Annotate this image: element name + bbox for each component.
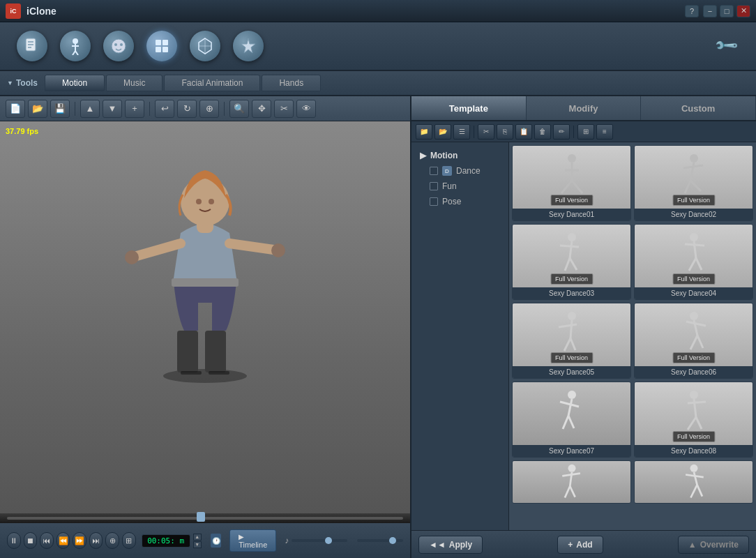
app-title: iClone	[27, 6, 685, 17]
new-file-button[interactable]: 📄	[6, 100, 25, 118]
asset-cell-dance07[interactable]: Sexy Dance07	[512, 382, 631, 458]
folder-sub-btn[interactable]: 📁	[416, 124, 432, 140]
list-view-sub-btn[interactable]: ≡	[596, 124, 613, 140]
step-up[interactable]: ▲	[193, 534, 202, 541]
tab-modify[interactable]: Modify	[527, 96, 642, 120]
tree-checkbox-fun[interactable]	[430, 182, 438, 190]
asset-grid[interactable]: Full Version Sexy Dance01 Full Version S…	[509, 142, 756, 530]
volume-slider-thumb[interactable]	[389, 537, 396, 544]
undo-button[interactable]: ↩	[155, 100, 174, 118]
timeline-bar[interactable]	[0, 513, 410, 523]
volume-slider[interactable]	[357, 539, 403, 542]
svg-point-73	[568, 464, 575, 472]
cut-sub-btn[interactable]: ✂	[478, 124, 494, 140]
tree-label-motion: Motion	[430, 151, 458, 160]
motion-toolbar-icon[interactable]	[144, 28, 180, 64]
add-label: Add	[576, 540, 592, 550]
delete-sub-btn[interactable]: 🗑	[534, 124, 551, 140]
special-button[interactable]: ⊕	[199, 100, 219, 118]
face-toolbar-icon[interactable]	[100, 28, 137, 64]
open-file-button[interactable]: 📂	[28, 100, 47, 118]
svg-point-38	[690, 154, 698, 163]
rotate-button[interactable]: ↻	[177, 100, 197, 118]
asset-cell-dance01[interactable]: Full Version Sexy Dance01	[512, 145, 631, 221]
svg-line-76	[564, 486, 569, 498]
grid-sub-btn[interactable]: ⊞	[577, 124, 594, 140]
tree-item-dance[interactable]: D Dance	[416, 163, 504, 179]
asset-cell-dance10[interactable]	[634, 460, 753, 504]
end-button[interactable]: ⏭	[89, 532, 103, 549]
tab-facial[interactable]: Facial Animation	[164, 75, 260, 91]
copy-sub-btn[interactable]: ⎘	[497, 124, 513, 140]
add-plus-icon: +	[568, 540, 573, 550]
effect-toolbar-icon[interactable]	[230, 28, 266, 64]
cut-button[interactable]: ✂	[274, 100, 294, 118]
tree-item-pose[interactable]: Pose	[416, 194, 504, 209]
help-button[interactable]: ?	[685, 5, 699, 17]
tree-label-fun: Fun	[442, 181, 457, 191]
speed-slider-thumb[interactable]	[325, 537, 332, 544]
move-up-button[interactable]: ▲	[80, 100, 100, 118]
asset-cell-dance04[interactable]: Full Version Sexy Dance04	[634, 224, 753, 300]
save-file-button[interactable]: 💾	[50, 100, 70, 118]
character-toolbar-icon[interactable]	[57, 28, 93, 64]
paste-sub-btn[interactable]: 📋	[515, 124, 532, 140]
asset-cell-dance05[interactable]: Full Version Sexy Dance05	[512, 303, 631, 379]
time-stepper[interactable]: ▲ ▼	[193, 534, 202, 548]
rename-sub-btn[interactable]: ✏	[553, 124, 570, 140]
clock-button[interactable]: 🕐	[211, 534, 221, 548]
marker-button[interactable]: ⊞	[122, 532, 136, 549]
move-down-button[interactable]: ▼	[103, 100, 122, 118]
svg-rect-15	[162, 47, 168, 52]
scene-toolbar-icon[interactable]	[187, 28, 223, 64]
tree-checkbox-dance[interactable]	[430, 167, 438, 175]
tab-custom[interactable]: Custom	[641, 96, 756, 120]
badge-dance05: Full Version	[550, 352, 593, 363]
move-button[interactable]: ✥	[252, 100, 271, 118]
panel-action-bar: ◄◄ Apply + Add ▲ Overwrite	[411, 530, 756, 558]
scrubber-thumb[interactable]	[197, 512, 205, 522]
asset-cell-dance09[interactable]	[512, 460, 631, 504]
svg-point-68	[690, 391, 698, 399]
zoom-in-button[interactable]: 🔍	[229, 100, 249, 118]
asset-cell-dance06[interactable]: Full Version Sexy Dance06	[634, 303, 753, 379]
tab-motion[interactable]: Motion	[45, 75, 105, 91]
asset-cell-dance03[interactable]: Full Version Sexy Dance03	[512, 224, 631, 300]
add-item-button[interactable]: +	[125, 100, 144, 118]
maximize-button[interactable]: □	[720, 5, 734, 17]
asset-cell-dance08[interactable]: Full Version Sexy Dance08	[634, 382, 753, 458]
overwrite-button[interactable]: ▲ Overwrite	[678, 536, 749, 554]
document-toolbar-icon[interactable]	[14, 28, 50, 64]
visibility-button[interactable]: 👁	[296, 100, 316, 118]
rewind-button[interactable]: ⏪	[56, 532, 70, 549]
record-button[interactable]: ⊕	[105, 532, 119, 549]
tab-music[interactable]: Music	[106, 75, 162, 91]
svg-line-79	[694, 472, 697, 484]
svg-line-41	[685, 181, 690, 193]
svg-line-36	[561, 181, 572, 193]
tree-checkbox-pose[interactable]	[430, 197, 438, 206]
svg-point-10	[114, 43, 117, 46]
speed-slider[interactable]	[292, 539, 347, 542]
timeline-button[interactable]: ▶ Timeline	[229, 529, 276, 552]
apply-button[interactable]: ◄◄ Apply	[418, 536, 483, 554]
asset-cell-dance02[interactable]: Full Version Sexy Dance02	[634, 145, 753, 221]
asset-row-1: Full Version Sexy Dance03 Full Version S…	[512, 224, 753, 300]
add-button[interactable]: + Add	[557, 536, 603, 554]
tree-item-motion[interactable]: ▶ Motion	[416, 148, 504, 163]
step-down[interactable]: ▼	[193, 541, 202, 548]
timeline-scrubber[interactable]	[0, 513, 410, 523]
start-button[interactable]: ⏮	[40, 532, 54, 549]
folder-open-sub-btn[interactable]: 📂	[434, 124, 451, 140]
tab-template[interactable]: Template	[411, 96, 527, 120]
tab-hands[interactable]: Hands	[262, 75, 321, 91]
tree-label-pose: Pose	[442, 197, 461, 206]
tree-item-fun[interactable]: Fun	[416, 179, 504, 194]
list-sub-btn[interactable]: ☰	[453, 124, 470, 140]
minimize-button[interactable]: −	[703, 5, 717, 17]
fast-forward-button[interactable]: ⏩	[73, 532, 86, 549]
stop-button[interactable]: ⏹	[24, 532, 38, 549]
close-button[interactable]: ✕	[736, 5, 750, 17]
pause-button[interactable]: ⏸	[7, 532, 21, 549]
settings-icon[interactable]: 🔧	[705, 24, 748, 68]
